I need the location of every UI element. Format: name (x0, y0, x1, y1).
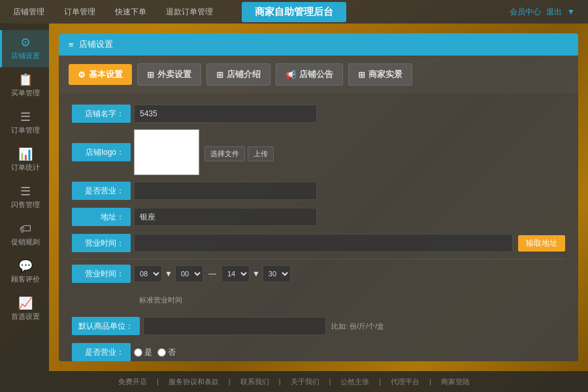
panel-header-title: 店铺设置 (79, 39, 113, 50)
form-row-time-hint: 标准营业时间 (72, 289, 565, 310)
sidebar-item-preferred[interactable]: 📈 首选设置 (0, 291, 49, 328)
form-section: 店铺名字： 店铺logo： 选择文件 上传 (72, 103, 565, 361)
form-row-unit: 默认商品单位： 比如: 份/斤/个/盒 (72, 316, 565, 336)
radio-open-yes[interactable]: 是 (134, 347, 152, 358)
logo-preview (134, 129, 199, 175)
time-hint-text: 标准营业时间 (139, 295, 182, 305)
select-minute-end[interactable]: 30 00 15 45 (263, 265, 291, 282)
radio-no-input[interactable] (157, 348, 166, 357)
radio-open-no[interactable]: 否 (157, 347, 176, 358)
dropdown-icon[interactable]: ▼ (567, 7, 575, 16)
unit-hint: 比如: 份/斤/个/盒 (331, 321, 384, 331)
chart-icon: 📊 (18, 148, 33, 160)
radio-group-open: 是 否 (134, 347, 176, 358)
panel-header-icon: ≡ (69, 40, 74, 50)
label-open-radio: 是否营业： (72, 343, 131, 361)
top-navigation: 店铺管理 订单管理 快速下单 退款订单管理 商家自助管理后台 会员中心 退出 ▼ (0, 0, 588, 24)
input-unit[interactable] (143, 317, 326, 335)
form-row-hours: 营业时间： 08 09 10 ▼ 00 15 (72, 263, 565, 284)
footer-sep-5: | (379, 378, 381, 385)
map-button[interactable]: 输取地址 (518, 235, 565, 252)
footer-sep-6: | (429, 378, 431, 385)
footer-link-about[interactable]: 关于我们 (291, 377, 319, 387)
form-row-shop-name: 店铺名字： (72, 103, 565, 124)
input-is-open[interactable] (134, 182, 317, 200)
panel-box: ≡ 店铺设置 ⚙ 基本设置 ⊞ 外卖设置 ⊞ 店铺介绍 (59, 33, 578, 361)
sidebar-label-single-manage: 买单管理 (11, 88, 40, 98)
label-address: 地址： (72, 208, 131, 226)
footer-sep-4: | (329, 378, 331, 385)
input-address[interactable] (134, 208, 317, 226)
main-panel: ≡ 店铺设置 ⚙ 基本设置 ⊞ 外卖设置 ⊞ 店铺介绍 (49, 24, 588, 371)
label-is-open: 是否营业： (72, 182, 131, 200)
sidebar-label-reviews: 顾客评价 (11, 274, 40, 284)
sidebar-label-flash-sale: 闪售管理 (11, 200, 40, 210)
comment-icon: 💬 (18, 260, 33, 272)
form-area: 店铺名字： 店铺logo： 选择文件 上传 (59, 93, 578, 361)
logo-upload-area: 选择文件 上传 (134, 129, 565, 175)
sidebar-item-shop-settings[interactable]: ⚙ 店铺设置 (0, 30, 49, 67)
sidebar-label-promo: 促销规则 (11, 237, 40, 247)
select-minute-start[interactable]: 00 15 30 45 (175, 265, 203, 282)
label-logo: 店铺logo： (72, 143, 131, 161)
nav-order-manage[interactable]: 订单管理 (64, 7, 95, 18)
tab-basic-icon: ⚙ (78, 70, 86, 80)
sidebar-label-order-stats: 订单统计 (11, 163, 40, 172)
time-sep-1: ▼ (165, 269, 172, 278)
footer-link-terms[interactable]: 服务协议和条款 (169, 377, 219, 387)
tab-delivery-settings[interactable]: ⊞ 外卖设置 (137, 63, 201, 86)
content-area: ⚙ 店铺设置 📋 买单管理 ☰ 订单管理 📊 订单统计 ☰ 闪售管理 🏷 促销 (0, 24, 588, 371)
panel-header: ≡ 店铺设置 (59, 33, 578, 56)
tab-scene-label: 商家实景 (368, 69, 402, 80)
tab-shop-scene[interactable]: ⊞ 商家实景 (348, 63, 412, 86)
radio-yes-input[interactable] (134, 348, 142, 357)
sidebar-item-order-manage[interactable]: ☰ 订单管理 (0, 105, 49, 142)
sidebar-item-flash-sale[interactable]: ☰ 闪售管理 (0, 179, 49, 216)
sidebar-item-promo[interactable]: 🏷 促销规则 (0, 216, 49, 253)
logout-link[interactable]: 退出 (546, 7, 562, 18)
input-biz-location[interactable] (134, 234, 513, 252)
nav-quick-order[interactable]: 快速下单 (115, 7, 146, 18)
nav-refund-manage[interactable]: 退款订单管理 (166, 7, 213, 18)
sidebar-label-preferred: 首选设置 (11, 312, 40, 321)
tab-basic-settings[interactable]: ⚙ 基本设置 (69, 64, 132, 85)
list-icon: ☰ (20, 111, 31, 123)
upload-button[interactable]: 上传 (248, 146, 274, 161)
time-sep-2: — (208, 269, 216, 278)
sidebar-label-shop-settings: 店铺设置 (11, 51, 40, 61)
nav-shop-manage[interactable]: 店铺管理 (13, 7, 44, 18)
form-row-open-radio: 是否营业： 是 否 (72, 342, 565, 361)
sidebar-item-single-manage[interactable]: 📋 买单管理 (0, 67, 49, 105)
footer-sep-2: | (229, 378, 231, 385)
footer-sep-1: | (157, 378, 159, 385)
tab-delivery-label: 外卖设置 (157, 69, 191, 80)
tab-shop-intro[interactable]: ⊞ 店铺介绍 (206, 63, 270, 86)
trending-icon: 📈 (18, 297, 33, 309)
footer: 免费开店 | 服务协议和条款 | 联系我们 | 关于我们 | 公然主张 | 代理… (0, 371, 588, 392)
upload-buttons: 选择文件 上传 (204, 146, 274, 161)
form-row-logo: 店铺logo： 选择文件 上传 (72, 129, 565, 175)
input-shop-name[interactable] (134, 105, 317, 123)
label-biz-location: 营业时间： (72, 234, 131, 252)
tab-row: ⚙ 基本设置 ⊞ 外卖设置 ⊞ 店铺介绍 📢 店铺公告 (59, 56, 578, 93)
footer-link-merchant[interactable]: 商家登陆 (441, 377, 470, 387)
select-file-button[interactable]: 选择文件 (204, 146, 245, 161)
form-row-is-open: 是否营业： (72, 180, 565, 201)
form-row-biz-location: 营业时间： 输取地址 (72, 233, 565, 253)
nav-links: 店铺管理 订单管理 快速下单 退款订单管理 (13, 7, 213, 18)
time-sep-3: ▼ (252, 269, 260, 278)
settings-icon: ⚙ (20, 37, 31, 48)
footer-link-contact[interactable]: 联系我们 (240, 377, 269, 387)
tab-shop-notice[interactable]: 📢 店铺公告 (276, 63, 343, 86)
tab-delivery-icon: ⊞ (147, 70, 154, 80)
tab-intro-label: 店铺介绍 (227, 69, 261, 80)
select-hour-end[interactable]: 14 15 16 (221, 265, 250, 282)
select-hour-start[interactable]: 08 09 10 (134, 265, 162, 282)
tab-scene-icon: ⊞ (358, 70, 365, 80)
footer-link-agent[interactable]: 代理平台 (391, 377, 419, 387)
footer-link-open[interactable]: 免费开店 (118, 377, 147, 387)
sidebar-item-order-stats[interactable]: 📊 订单统计 (0, 142, 49, 179)
member-center-label: 会员中心 (510, 7, 541, 18)
sidebar-item-reviews[interactable]: 💬 顾客评价 (0, 253, 49, 291)
footer-link-public[interactable]: 公然主张 (340, 377, 369, 387)
